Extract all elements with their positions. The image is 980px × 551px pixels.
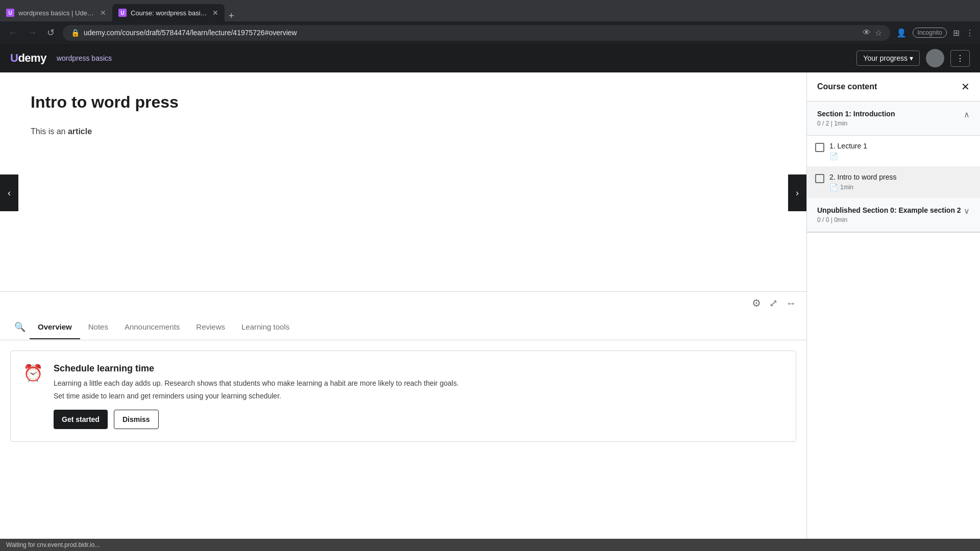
- address-bar: ← → ↺ 🔒 udemy.com/course/draft/5784474/l…: [0, 21, 980, 44]
- progress-button[interactable]: Your progress ▾: [856, 51, 920, 66]
- tab-2-favicon: U: [118, 9, 127, 17]
- next-lecture-button[interactable]: ›: [788, 174, 806, 211]
- lecture-2-duration: 1min: [840, 184, 853, 191]
- lecture-1-name: 1. Lecture 1: [829, 142, 970, 150]
- article-body-bold: article: [68, 127, 92, 136]
- section-1-info: Section 1: Introduction 0 / 2 | 1min: [817, 110, 895, 127]
- tab-announcements[interactable]: Announcements: [116, 315, 188, 339]
- lecture-1-icons: 📄: [829, 152, 970, 160]
- status-bar: Waiting for cnv.event.prod.bidr.io...: [0, 539, 980, 551]
- progress-chevron: ▾: [910, 54, 913, 62]
- lecture-2-doc-icon: 📄: [829, 183, 838, 191]
- resize-icon[interactable]: ↔: [786, 297, 796, 309]
- lecture-1-item[interactable]: 1. Lecture 1 📄: [807, 136, 980, 167]
- reload-button[interactable]: ↺: [45, 25, 57, 40]
- schedule-desc-line2: Set time aside to learn and get reminder…: [54, 391, 783, 402]
- schedule-actions: Get started Dismiss: [54, 410, 783, 429]
- status-text: Waiting for cnv.event.prod.bidr.io...: [6, 541, 100, 548]
- lock-icon: 🔒: [71, 29, 80, 37]
- lecture-1-info: 1. Lecture 1 📄: [829, 142, 970, 160]
- schedule-card: ⏰ Schedule learning time Learning a litt…: [10, 350, 796, 442]
- progress-label: Your progress: [863, 54, 908, 62]
- sidebar-header: Course content ✕: [807, 72, 980, 102]
- section-2-name: Unpublished Section 0: Example section 2: [817, 206, 961, 214]
- tab-2[interactable]: U Course: wordpress basics | Ude... ✕: [112, 4, 225, 21]
- section-2-header[interactable]: Unpublished Section 0: Example section 2…: [807, 198, 980, 232]
- schedule-info: Schedule learning time Learning a little…: [54, 363, 783, 429]
- url-text: udemy.com/course/draft/5784474/learn/lec…: [84, 29, 859, 37]
- extensions-icon[interactable]: ⊞: [953, 28, 960, 38]
- sidebar-title: Course content: [817, 82, 877, 91]
- profile-icon[interactable]: 👤: [896, 28, 906, 38]
- browser-chrome: U wordpress basics | Udemy ✕ U Course: w…: [0, 0, 980, 44]
- content-panel: ‹ Intro to word press This is an article…: [0, 72, 806, 539]
- left-arrow-icon: ‹: [8, 188, 11, 198]
- section-2-info: Unpublished Section 0: Example section 2…: [817, 206, 961, 223]
- sidebar-close-button[interactable]: ✕: [961, 81, 970, 93]
- new-tab-button[interactable]: +: [225, 11, 238, 21]
- lecture-2-item[interactable]: 2. Intro to word press 📄 1min: [807, 167, 980, 198]
- eye-off-icon: 👁: [863, 28, 871, 38]
- right-arrow-icon: ›: [796, 188, 799, 198]
- lecture-1-checkbox[interactable]: [815, 143, 824, 152]
- schedule-desc-line1: Learning a little each day adds up. Rese…: [54, 378, 783, 389]
- lecture-2-checkbox[interactable]: [815, 174, 824, 183]
- tab-bar: U wordpress basics | Udemy ✕ U Course: w…: [0, 0, 980, 21]
- content-toolbar: ⚙ ⤢ ↔: [0, 291, 806, 314]
- section-1: Section 1: Introduction 0 / 2 | 1min ∧ 1…: [807, 102, 980, 198]
- back-button[interactable]: ←: [6, 26, 19, 40]
- article-body: This is an article: [31, 127, 776, 136]
- lecture-2-icons: 📄 1min: [829, 183, 970, 191]
- url-icons: 👁 ☆: [863, 28, 882, 38]
- prev-lecture-button[interactable]: ‹: [0, 174, 18, 211]
- article-body-prefix: This is an: [31, 127, 68, 136]
- section-2-arrow: ∨: [964, 206, 970, 216]
- lecture-1-doc-icon: 📄: [829, 152, 838, 160]
- tab-2-label: Course: wordpress basics | Ude...: [131, 9, 208, 17]
- header-right: Your progress ▾ ⋮: [856, 49, 970, 67]
- menu-button[interactable]: ⋮: [950, 50, 970, 67]
- tab-content: ⏰ Schedule learning time Learning a litt…: [0, 340, 806, 539]
- section-2: Unpublished Section 0: Example section 2…: [807, 198, 980, 233]
- schedule-clock-icon: ⏰: [23, 363, 43, 383]
- tab-notes[interactable]: Notes: [80, 315, 116, 339]
- lecture-2-name: 2. Intro to word press: [829, 173, 970, 181]
- tab-2-close[interactable]: ✕: [212, 9, 218, 17]
- section-1-header[interactable]: Section 1: Introduction 0 / 2 | 1min ∧: [807, 102, 980, 136]
- section-1-arrow: ∧: [964, 110, 970, 119]
- tab-learning-tools[interactable]: Learning tools: [233, 315, 298, 339]
- course-title: wordpress basics: [57, 54, 112, 62]
- url-bar[interactable]: 🔒 udemy.com/course/draft/5784474/learn/l…: [63, 25, 890, 41]
- tab-overview[interactable]: Overview: [30, 315, 80, 339]
- main-area: ‹ Intro to word press This is an article…: [0, 72, 980, 539]
- more-options-button[interactable]: ⋮: [966, 28, 974, 38]
- course-sidebar: Course content ✕ Section 1: Introduction…: [806, 72, 980, 539]
- section-1-meta: 0 / 2 | 1min: [817, 120, 895, 127]
- settings-icon[interactable]: ⚙: [752, 297, 761, 309]
- expand-icon[interactable]: ⤢: [769, 297, 778, 309]
- section-2-meta: 0 / 0 | 0min: [817, 216, 961, 223]
- tab-1-close[interactable]: ✕: [100, 9, 106, 17]
- article-area: ‹ Intro to word press This is an article…: [0, 72, 806, 291]
- address-right: 👤 Incognito ⊞ ⋮: [896, 28, 974, 38]
- dismiss-button[interactable]: Dismiss: [114, 410, 159, 429]
- lecture-2-info: 2. Intro to word press 📄 1min: [829, 173, 970, 191]
- tab-1-label: wordpress basics | Udemy: [18, 9, 96, 17]
- tab-1[interactable]: U wordpress basics | Udemy ✕: [0, 4, 112, 21]
- udemy-logo: Udemy: [10, 52, 46, 65]
- get-started-button[interactable]: Get started: [54, 410, 108, 429]
- incognito-badge: Incognito: [913, 28, 947, 38]
- sidebar-content: Section 1: Introduction 0 / 2 | 1min ∧ 1…: [807, 102, 980, 539]
- tab-search-icon[interactable]: 🔍: [10, 314, 30, 340]
- tabs-bar: 🔍 Overview Notes Announcements Reviews L…: [0, 314, 806, 340]
- tab-reviews[interactable]: Reviews: [188, 315, 233, 339]
- avatar[interactable]: [926, 49, 944, 67]
- app: Udemy wordpress basics Your progress ▾ ⋮…: [0, 44, 980, 551]
- star-icon: ☆: [875, 28, 882, 38]
- tab-1-favicon: U: [6, 9, 14, 17]
- forward-button[interactable]: →: [26, 26, 39, 40]
- schedule-title: Schedule learning time: [54, 363, 783, 374]
- article-title: Intro to word press: [31, 93, 776, 112]
- app-header: Udemy wordpress basics Your progress ▾ ⋮: [0, 44, 980, 72]
- section-1-name: Section 1: Introduction: [817, 110, 895, 118]
